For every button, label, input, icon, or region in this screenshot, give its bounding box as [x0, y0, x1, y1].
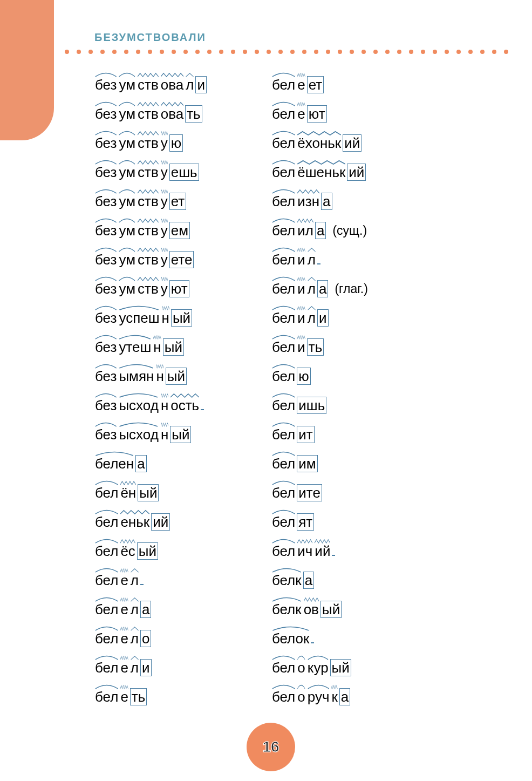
word-entry: белела	[94, 600, 207, 619]
morpheme-text: белк	[271, 571, 302, 589]
morpheme: ть	[185, 105, 202, 123]
morpheme: без	[94, 105, 117, 123]
morpheme-text: е	[120, 600, 128, 619]
morpheme-text: бел	[94, 542, 119, 560]
morpheme: е	[120, 688, 128, 706]
morpheme	[332, 542, 335, 560]
morpheme-text: е	[297, 105, 305, 123]
word-entry: белят	[271, 513, 368, 531]
morpheme-text: н	[153, 338, 161, 356]
morpheme	[317, 250, 320, 269]
word-entry: белизна	[271, 192, 368, 210]
page-tab	[0, 0, 54, 140]
morpheme: у	[160, 280, 168, 298]
morpheme: ый	[163, 338, 184, 356]
morpheme-text: изн	[297, 192, 320, 210]
morpheme: белк	[271, 600, 302, 619]
morpheme-text: бел	[271, 309, 296, 327]
word-entry: белёхонький	[271, 134, 368, 152]
morpheme-text: н	[155, 367, 164, 385]
morpheme: ств	[137, 250, 159, 269]
morpheme-text: без	[94, 309, 117, 327]
morpheme-text: утеш	[118, 338, 152, 356]
morpheme-text: ый	[166, 368, 187, 385]
word-entry: белковый	[271, 600, 368, 619]
morpheme-text: ет	[307, 76, 324, 93]
morpheme: ый	[137, 542, 158, 560]
morpheme: бел	[271, 454, 296, 473]
morpheme-text: н	[160, 425, 169, 444]
morpheme: им	[297, 454, 317, 473]
word-entry: безумствуете	[94, 250, 207, 269]
morpheme-text: к	[331, 688, 338, 706]
morpheme: бел	[271, 484, 296, 502]
morpheme-text: ум	[118, 163, 136, 181]
morpheme: бел	[94, 513, 119, 531]
morpheme-text: ость	[170, 396, 200, 415]
morpheme: л	[307, 309, 316, 327]
morpheme-text: ум	[118, 134, 136, 152]
word-entry: белю	[271, 367, 368, 385]
morpheme-text: е	[120, 658, 128, 677]
morpheme	[311, 629, 314, 648]
morpheme-text: бел	[94, 688, 119, 706]
morpheme: ите	[297, 484, 322, 502]
morpheme-text	[201, 409, 204, 410]
morpheme-text: ий	[151, 513, 170, 531]
morpheme-text: у	[160, 163, 168, 181]
morpheme: н	[160, 396, 169, 415]
morpheme-text: н	[160, 396, 169, 415]
morpheme-text: бел	[271, 396, 296, 415]
morpheme-text: ов	[303, 600, 319, 619]
morpheme: ет	[169, 192, 187, 210]
morpheme-text: бел	[94, 600, 119, 619]
morpheme: ете	[169, 250, 194, 269]
morpheme: ый	[170, 425, 191, 444]
morpheme-text	[317, 263, 320, 264]
morpheme-text: бел	[271, 658, 296, 677]
morpheme: у	[160, 250, 168, 269]
morpheme: ый	[330, 658, 351, 677]
word-entry: белокурый	[271, 658, 368, 677]
morpheme: руч	[307, 688, 330, 706]
morpheme-text: без	[94, 163, 117, 181]
morpheme-text: бел	[271, 163, 296, 181]
morpheme: еньк	[120, 513, 150, 531]
morpheme: у	[160, 192, 168, 210]
morpheme: без	[94, 367, 117, 385]
morpheme-text: н	[161, 309, 170, 327]
morpheme-text: без	[94, 105, 117, 123]
morpheme: л	[130, 571, 139, 589]
morpheme: ит	[297, 425, 314, 444]
morpheme-text: ств	[137, 76, 159, 94]
morpheme: бел	[271, 192, 296, 210]
morpheme-text: бел	[271, 134, 296, 152]
morpheme: о	[297, 688, 305, 706]
morpheme: ий	[347, 163, 366, 181]
morpheme: е	[297, 76, 305, 94]
morpheme-text: л	[130, 658, 139, 677]
morpheme-text	[140, 584, 144, 585]
morpheme-text: ий	[343, 134, 362, 152]
morpheme: без	[94, 192, 117, 210]
morpheme-text: ств	[137, 221, 159, 240]
morpheme-text: ю	[169, 134, 183, 152]
morpheme: ум	[118, 163, 136, 181]
word-entry: белёсый	[94, 542, 207, 560]
morpheme: и	[317, 309, 329, 327]
morpheme: л	[130, 600, 139, 619]
morpheme-text: ум	[118, 250, 136, 269]
morpheme-text: ова	[160, 105, 184, 123]
morpheme: бел	[271, 542, 296, 560]
morpheme-text: бел	[271, 688, 296, 706]
morpheme-text: ств	[137, 250, 159, 269]
morpheme: ён	[120, 484, 137, 502]
page-title: БЕЗУМСТВОВАЛИ	[94, 31, 206, 44]
morpheme-text: ств	[137, 192, 159, 210]
morpheme: без	[94, 338, 117, 356]
word-entry: белена	[94, 454, 207, 473]
morpheme-text: и	[297, 338, 306, 356]
morpheme-text: и	[297, 250, 306, 269]
morpheme: кур	[307, 658, 329, 677]
morpheme: е	[120, 600, 128, 619]
